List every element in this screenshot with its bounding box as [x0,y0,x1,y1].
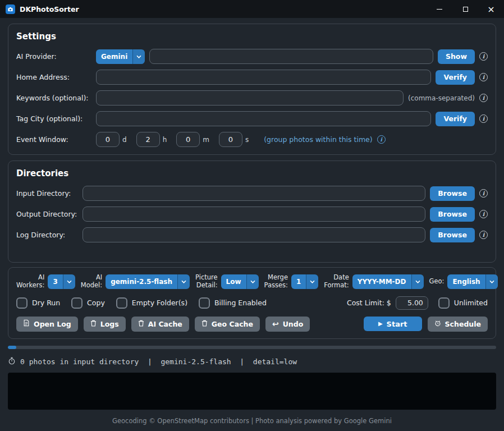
info-icon[interactable]: i [479,94,488,102]
clear-geo-cache-button[interactable]: Geo Cache [195,317,260,332]
ai-workers-select[interactable]: 3 [48,274,75,289]
settings-panel: Settings AI Provider: Gemini Show i Home… [8,24,496,155]
browse-output-directory-button[interactable]: Browse [430,207,475,222]
event-minutes-input[interactable] [176,132,200,147]
api-key-input[interactable] [149,49,433,64]
checkbox-box[interactable] [71,297,83,309]
empty-folders-checkbox[interactable]: Empty Folder(s) [116,297,187,309]
event-window-row: Event Window: d h m s (group photos with… [16,132,488,147]
dry-run-checkbox[interactable]: Dry Run [16,297,60,309]
alarm-clock-icon [434,320,441,328]
stopwatch-icon [8,356,16,367]
start-button[interactable]: ▶ Start [364,317,422,331]
chevron-down-icon [132,49,145,64]
home-address-row: Home Address: Verify i [16,70,488,85]
tag-city-input[interactable] [96,111,431,126]
directories-heading: Directories [16,168,488,178]
ai-provider-value: Gemini [96,49,132,64]
date-format-group: Date Format: YYYY-MM-DD [324,274,423,290]
merge-passes-group: Merge Passes: 1 [264,274,319,290]
clear-logs-button[interactable]: Logs [84,317,126,332]
verify-home-address-button[interactable]: Verify [436,70,475,85]
info-icon[interactable]: i [479,73,488,81]
ai-model-group: AI Model: gemini-2.5-flash [81,274,190,290]
trash-icon [90,320,97,328]
cost-limit-input[interactable] [396,296,428,310]
output-directory-input[interactable] [83,207,425,222]
show-api-key-button[interactable]: Show [438,49,475,64]
unlimited-checkbox[interactable]: Unlimited [438,297,488,309]
home-address-label: Home Address: [16,73,91,81]
settings-heading: Settings [16,31,488,42]
picture-detail-select[interactable]: Low [221,274,259,289]
chevron-down-icon [246,274,259,289]
schedule-button[interactable]: Schedule [428,317,488,332]
verify-tag-city-button[interactable]: Verify [436,112,475,126]
event-seconds-input[interactable] [219,132,242,147]
cost-limit-label: Cost Limit: $ [347,299,391,307]
keywords-input[interactable] [96,90,404,106]
checkbox-box[interactable] [116,297,127,309]
tag-city-row: Tag City (optional): Verify i [16,111,488,126]
footer-attribution: Geocoding © OpenStreetMap contributors |… [8,410,496,431]
checkbox-box[interactable] [16,297,28,309]
info-icon[interactable]: i [479,52,488,61]
info-icon[interactable]: i [479,210,488,218]
input-directory-input[interactable] [83,186,425,201]
clear-ai-cache-button[interactable]: AI Cache [131,317,189,332]
main-content: Settings AI Provider: Gemini Show i Home… [0,18,504,431]
chevron-down-icon [485,274,498,289]
merge-passes-select[interactable]: 1 [291,274,318,289]
window-title: DKPhotoSorter [20,5,79,13]
progress-bar [8,346,496,349]
date-format-select[interactable]: YYYY-MM-DD [352,274,424,289]
log-output-area[interactable] [8,373,496,410]
ai-model-select[interactable]: gemini-2.5-flash [106,274,190,289]
geo-group: Geo: English [429,274,498,289]
chevron-down-icon [306,274,318,289]
directories-panel: Directories Input Directory: Browse i Ou… [8,161,496,263]
info-icon[interactable]: i [479,114,488,123]
progress-bar-fill [8,346,16,349]
home-address-input[interactable] [96,70,431,85]
titlebar[interactable]: DKPhotoSorter × [0,0,504,18]
open-log-button[interactable]: Open Log [16,317,78,332]
status-text: 0 photos in input directory | gemini-2.5… [20,357,297,366]
output-directory-label: Output Directory: [16,210,78,218]
keywords-hint: (comma-separated) [408,94,475,102]
input-directory-row: Input Directory: Browse i [16,186,488,201]
info-icon[interactable]: i [377,135,386,144]
checkbox-box[interactable] [438,297,450,309]
event-window-hint: (group photos within this time) [264,135,372,144]
ai-provider-label: AI Provider: [16,52,91,61]
billing-enabled-checkbox[interactable]: Billing Enabled [199,297,267,309]
close-button[interactable]: × [478,0,504,18]
ai-workers-group: AI Workers: 3 [16,274,75,290]
info-icon[interactable]: i [479,189,488,198]
minimize-button[interactable] [427,0,452,18]
geo-select[interactable]: English [447,274,497,289]
close-icon: × [487,4,494,15]
chevron-down-icon [63,274,75,289]
ai-model-label: AI Model: [81,274,102,290]
undo-button[interactable]: ↩ Undo [265,317,310,332]
window-controls: × [427,0,504,18]
checkbox-box[interactable] [199,297,210,309]
log-directory-label: Log Directory: [16,231,78,239]
info-icon[interactable]: i [479,231,488,239]
app-camera-icon [6,4,15,14]
merge-passes-label: Merge Passes: [264,274,288,290]
maximize-button[interactable] [452,0,478,18]
copy-checkbox[interactable]: Copy [71,297,105,309]
log-directory-row: Log Directory: Browse i [16,227,488,242]
browse-input-directory-button[interactable]: Browse [430,186,475,201]
ai-provider-select[interactable]: Gemini [96,49,145,64]
geo-label: Geo: [429,278,445,286]
log-directory-input[interactable] [83,227,425,242]
maximize-icon [463,7,468,12]
picture-detail-group: Picture Detail: Low [195,274,259,290]
keywords-row: Keywords (optional): (comma-separated) i [16,90,488,106]
event-days-input[interactable] [96,132,120,147]
browse-log-directory-button[interactable]: Browse [430,228,475,242]
event-hours-input[interactable] [136,132,160,147]
